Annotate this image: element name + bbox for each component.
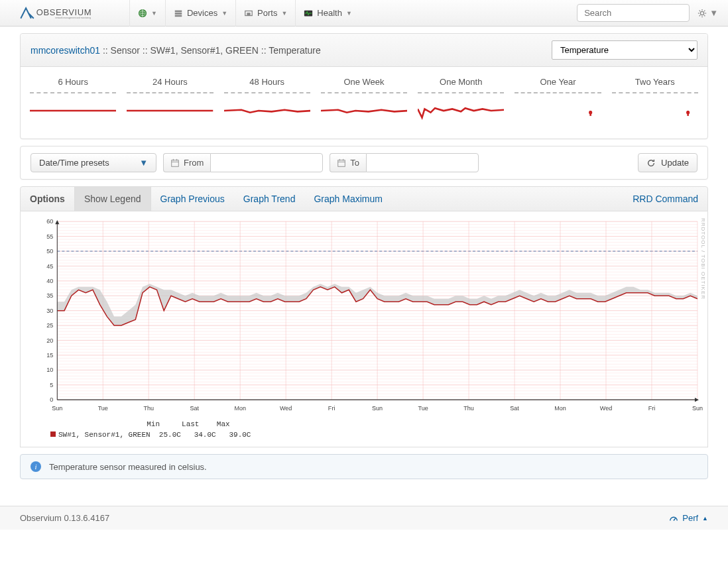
settings-menu[interactable]: ▼ xyxy=(698,8,718,18)
svg-text:Sun: Sun xyxy=(692,405,703,412)
svg-text:Sun: Sun xyxy=(52,405,62,412)
thumb-title: 24 Hours xyxy=(124,77,215,87)
svg-text:25: 25 xyxy=(46,322,53,329)
thumb-one-week[interactable]: One Week xyxy=(318,77,410,119)
thumb-one-year[interactable]: One Year xyxy=(512,77,603,119)
device-link[interactable]: mmcoreswitch01 xyxy=(30,45,100,56)
tab-graph-trend[interactable]: Graph Trend xyxy=(234,187,305,211)
search-input[interactable] xyxy=(577,4,690,22)
svg-text:5: 5 xyxy=(50,382,53,388)
svg-rect-3 xyxy=(175,10,182,12)
globe-icon xyxy=(138,9,147,18)
legend-header: Min Last Max xyxy=(24,419,704,430)
svg-rect-5 xyxy=(175,15,182,17)
thumb-title: One Year xyxy=(512,77,603,87)
svg-text:Thu: Thu xyxy=(463,405,474,412)
svg-text:Thu: Thu xyxy=(143,405,154,412)
svg-text:Tue: Tue xyxy=(98,405,108,412)
svg-text:Wed: Wed xyxy=(600,405,612,412)
thumb-two-years[interactable]: Two Years xyxy=(609,77,701,119)
tab-show-legend[interactable]: Show Legend xyxy=(74,187,151,211)
tab-graph-previous[interactable]: Graph Previous xyxy=(151,187,234,211)
thumb-24-hours[interactable]: 24 Hours xyxy=(124,77,215,119)
svg-text:Mon: Mon xyxy=(554,405,566,412)
svg-text:Tue: Tue xyxy=(418,405,428,412)
breadcrumb-panel: mmcoreswitch01 :: Sensor :: SW#1, Sensor… xyxy=(20,33,708,139)
svg-text:OBSERVIUM: OBSERVIUM xyxy=(36,7,92,17)
tab-graph-maximum[interactable]: Graph Maximum xyxy=(304,187,391,211)
svg-point-9 xyxy=(701,11,704,15)
svg-line-17 xyxy=(704,10,705,11)
svg-text:Fri: Fri xyxy=(648,405,656,412)
svg-marker-151 xyxy=(55,220,59,224)
sensor-select[interactable]: Temperature xyxy=(552,40,698,60)
svg-text:40: 40 xyxy=(46,278,53,284)
caret-down-icon: ▼ xyxy=(346,10,352,17)
update-button[interactable]: Update xyxy=(638,153,698,172)
svg-text:Sat: Sat xyxy=(510,405,519,412)
caret-down-icon: ▼ xyxy=(281,10,287,17)
svg-line-154 xyxy=(674,518,676,521)
footer: Observium 0.13.6.4167 Perf ▲ xyxy=(0,506,728,530)
svg-text:network management and monitor: network management and monitoring xyxy=(55,17,91,19)
tab-options[interactable]: Options xyxy=(21,187,74,211)
caret-down-icon: ▼ xyxy=(709,8,718,18)
temperature-graph: 051015202530354045505560SunTueThuSatMonW… xyxy=(24,218,704,417)
nav-health-label: Health xyxy=(317,8,342,18)
navbar: OBSERVIUM network management and monitor… xyxy=(0,0,728,27)
svg-text:45: 45 xyxy=(46,262,53,269)
nav-health[interactable]: Health ▼ xyxy=(295,0,360,27)
perf-label: Perf xyxy=(682,513,698,523)
thumb-title: One Month xyxy=(415,77,507,87)
datetime-presets-label: Date/Time presets xyxy=(39,158,109,168)
svg-text:0: 0 xyxy=(50,396,53,403)
svg-text:35: 35 xyxy=(46,292,53,299)
info-box: i Temperature sensor measured in celsius… xyxy=(20,454,708,479)
from-addon: From xyxy=(163,153,210,172)
svg-marker-153 xyxy=(695,398,699,402)
graph-container: 051015202530354045505560SunTueThuSatMonW… xyxy=(20,211,708,447)
svg-text:Fri: Fri xyxy=(328,405,335,412)
caret-down-icon: ▼ xyxy=(151,10,157,17)
graph-tabs: Options Show Legend Graph Previous Graph… xyxy=(20,186,708,211)
svg-rect-4 xyxy=(175,13,182,15)
from-input[interactable] xyxy=(210,153,323,172)
thumb-48-hours[interactable]: 48 Hours xyxy=(221,77,313,119)
port-icon xyxy=(244,9,253,18)
rrdtool-watermark: RRDTOOL / TOBI OETIKER xyxy=(700,218,706,300)
svg-rect-24 xyxy=(172,160,179,166)
svg-line-14 xyxy=(699,10,700,11)
time-range-thumbs: 6 Hours24 Hours48 HoursOne WeekOne Month… xyxy=(21,67,707,139)
breadcrumb: mmcoreswitch01 :: Sensor :: SW#1, Sensor… xyxy=(30,45,552,56)
thumb-title: 6 Hours xyxy=(27,77,119,87)
nav-devices[interactable]: Devices ▼ xyxy=(165,0,235,27)
nav-devices-label: Devices xyxy=(187,8,217,18)
logo[interactable]: OBSERVIUM network management and monitor… xyxy=(10,5,116,22)
svg-line-16 xyxy=(699,15,700,16)
svg-text:30: 30 xyxy=(46,308,53,314)
thumb-6-hours[interactable]: 6 Hours xyxy=(27,77,119,119)
svg-rect-28 xyxy=(338,160,345,166)
perf-link[interactable]: Perf ▲ xyxy=(669,513,708,523)
thumb-one-month[interactable]: One Month xyxy=(415,77,507,119)
to-group: To xyxy=(330,153,479,172)
gear-icon xyxy=(698,9,707,18)
svg-text:15: 15 xyxy=(46,352,53,359)
datetime-panel: Date/Time presets ▼ From To Up xyxy=(20,146,708,180)
from-label: From xyxy=(184,158,204,168)
to-addon: To xyxy=(330,153,366,172)
to-input[interactable] xyxy=(366,153,479,172)
svg-line-15 xyxy=(704,15,705,16)
tab-rrd-command[interactable]: RRD Command xyxy=(623,187,707,211)
datetime-presets-button[interactable]: Date/Time presets ▼ xyxy=(30,153,156,172)
nav-globe[interactable]: ▼ xyxy=(129,0,165,27)
svg-text:20: 20 xyxy=(46,337,53,343)
calendar-icon xyxy=(337,158,346,168)
version-text: Observium 0.13.6.4167 xyxy=(20,513,109,523)
refresh-icon xyxy=(646,158,656,168)
nav-ports[interactable]: Ports ▼ xyxy=(235,0,295,27)
from-group: From xyxy=(163,153,323,172)
info-icon: i xyxy=(30,461,41,472)
legend-row: SW#1, Sensor#1, GREEN 25.0C 34.0C 39.0C xyxy=(24,430,704,440)
server-icon xyxy=(174,9,183,18)
